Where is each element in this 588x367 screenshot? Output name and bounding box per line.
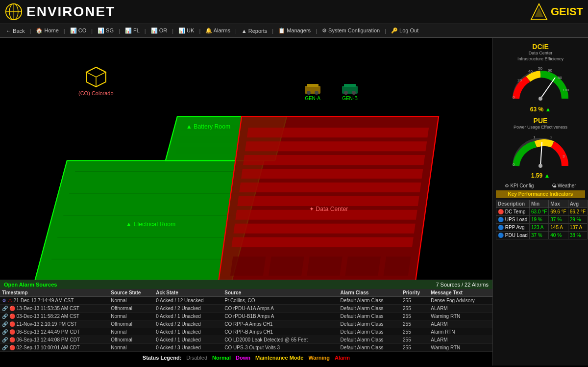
dcie-value: 63 % ▲: [530, 106, 551, 113]
svg-rect-21: [245, 141, 427, 151]
nav-or[interactable]: 📊 OR: [148, 26, 171, 35]
cube-icon: [84, 65, 108, 89]
kpi-row: 🔵 RPP Avg 123 A 145 A 137 A: [496, 224, 588, 232]
nav-sg[interactable]: 📊 SG: [95, 26, 117, 35]
alarm-source: Ft Collins, CO: [222, 297, 338, 305]
svg-marker-5: [535, 7, 543, 17]
generator-icons: GEN-A GEN-B: [304, 82, 359, 101]
alarm-message: Dense Fog Advisory: [429, 297, 492, 305]
kpi-buttons: ⚙ KPI Config 🌤 Weather: [496, 183, 585, 188]
status-maintenance: Maintenance Mode: [255, 355, 303, 361]
nav-co[interactable]: 📊 CO: [67, 26, 90, 35]
svg-rect-24: [239, 183, 421, 192]
dcie-title: DCiE: [532, 43, 548, 51]
alarm-priority: 255: [401, 344, 429, 352]
nav-fl[interactable]: 📊 FL: [122, 26, 143, 35]
svg-point-42: [307, 91, 311, 95]
svg-point-43: [315, 91, 318, 95]
geist-title: GEIST: [551, 5, 583, 18]
kpi-min: 19 %: [529, 216, 548, 224]
alarm-row[interactable]: 🔗 🔴 11-Nov-13 2:10:19 PM CST Offnormal 0…: [0, 320, 492, 328]
co-label: (CO) Colorado: [78, 65, 114, 96]
col-timestamp: Timestamp: [0, 289, 109, 297]
alarm-timestamp: 🔗 🔴 02-Sep-13 10:00:01 AM CDT: [0, 344, 109, 352]
alarm-row[interactable]: 🔗 🔴 03-Dec-13 11:58:22 AM CST Normal 0 A…: [0, 313, 492, 320]
svg-rect-32: [345, 257, 380, 276]
kpi-min: 123 A: [529, 224, 548, 232]
gen-a[interactable]: GEN-A: [304, 82, 321, 101]
nav-uk[interactable]: 📊 UK: [175, 26, 197, 35]
gen-b[interactable]: GEN-B: [341, 82, 359, 101]
svg-text:0: 0: [513, 95, 515, 100]
alarm-link-icon: ⚙: [2, 298, 6, 303]
nav-alarms[interactable]: 🔔 Alarms: [202, 26, 233, 35]
weather-icon: 🌤: [552, 183, 557, 188]
nav-back[interactable]: ← Back: [3, 27, 28, 35]
svg-rect-45: [344, 84, 356, 87]
svg-rect-31: [307, 257, 342, 276]
svg-text:▲ Battery Room: ▲ Battery Room: [186, 123, 231, 130]
pue-title: PUE: [534, 117, 548, 125]
alarm-link-icon: 🔗: [2, 306, 8, 311]
alarm-link-icon: 🔗: [2, 314, 8, 319]
svg-point-46: [344, 91, 348, 95]
kpi-min: 63.0 °F: [529, 208, 548, 216]
alarm-class: Default Alarm Class: [339, 320, 401, 328]
alarm-source-state: Normal: [109, 328, 154, 336]
kpi-config-button[interactable]: ⚙ KPI Config: [505, 183, 534, 188]
col-source: Source: [222, 289, 338, 297]
kpi-min: 37 %: [529, 232, 548, 239]
svg-rect-30: [269, 257, 304, 276]
alarm-row[interactable]: ⚙ ⚠ 21-Dec-13 7:14:49 AM CST Normal 0 Ac…: [0, 297, 492, 305]
nav-logout[interactable]: 🔑 Log Out: [388, 26, 421, 35]
kpi-avg: 29 %: [568, 216, 587, 224]
alarms-title: Open Alarm Sources: [4, 282, 57, 288]
svg-text:▲ Electrical Room: ▲ Electrical Room: [126, 221, 175, 228]
alarm-row[interactable]: 🔗 🔴 02-Sep-13 10:00:01 AM CDT Normal 0 A…: [0, 344, 492, 352]
alarm-priority: 255: [401, 320, 429, 328]
nav-reports[interactable]: ▲ Reports: [239, 27, 270, 35]
alarm-priority: 255: [401, 336, 429, 344]
alarm-source: CO UPS-3 Output Volts 3: [222, 344, 338, 352]
gen-b-icon: [341, 82, 359, 96]
pue-value: 1.59 ▲: [531, 172, 550, 179]
kpi-row: 🔵 PDU Load 37 % 40 % 38 %: [496, 232, 588, 239]
alarm-row[interactable]: 🔗 🔴 13-Dec-13 11:53:35 AM CST Offnormal …: [0, 305, 492, 313]
nav-managers[interactable]: 📋 Managers: [275, 26, 314, 35]
navbar: ← Back | 🏠 Home | 📊 CO | 📊 SG | 📊 FL | 📊…: [0, 24, 588, 38]
alarm-source: CO rPDU-B1B Amps A: [222, 313, 338, 320]
alarm-priority: 255: [401, 328, 429, 336]
alarm-ack-state: 0 Acked / 1 Unacked: [154, 328, 222, 336]
nav-sysconfig[interactable]: ⚙ System Configuration: [319, 26, 383, 35]
kpi-avg: 137 A: [568, 224, 587, 232]
alarms-rows: ⚙ ⚠ 21-Dec-13 7:14:49 AM CST Normal 0 Ac…: [0, 297, 492, 352]
kpi-col-avg: Avg: [568, 200, 587, 208]
alarm-ts-icon: 🔴: [9, 337, 15, 342]
alarm-message: ALARM: [429, 320, 492, 328]
co-location-label: (CO) Colorado: [78, 90, 114, 96]
alarms-table: Timestamp Source State Ack State Source …: [0, 289, 492, 352]
alarm-class: Default Alarm Class: [339, 328, 401, 336]
weather-button[interactable]: 🌤 Weather: [552, 183, 576, 188]
alarm-priority: 255: [401, 297, 429, 305]
alarm-message: ALARM: [429, 305, 492, 313]
alarm-row[interactable]: 🔗 🔴 06-Sep-13 12:44:49 PM CDT Normal 0 A…: [0, 328, 492, 336]
alarm-ts-icon: 🔴: [9, 321, 15, 327]
svg-text:60: 60: [548, 68, 552, 73]
alarm-timestamp: 🔗 🔴 06-Sep-13 12:44:08 PM CDT: [0, 336, 109, 344]
kpi-rows: 🔴 DC Temp 63.0 °F 69.6 °F 66.2 °F 🔵 UPS …: [496, 208, 588, 239]
alarm-row[interactable]: 🔗 🔴 06-Sep-13 12:44:08 PM CDT Offnormal …: [0, 336, 492, 344]
alarm-ts-icon: ⚠: [8, 298, 12, 303]
status-legend: Status Legend: Disabled Normal Down Main…: [143, 355, 350, 361]
alarm-ack-state: 0 Acked / 12 Unacked: [154, 297, 222, 305]
status-legend-label: Status Legend:: [143, 355, 181, 361]
kpi-row-icon: 🔵: [498, 233, 504, 238]
alarm-ack-state: 0 Acked / 1 Unacked: [154, 336, 222, 344]
header: ENVIRONET GEIST: [0, 0, 588, 24]
alarm-source-state: Normal: [109, 297, 154, 305]
nav-home[interactable]: 🏠 Home: [33, 26, 61, 35]
logo: ENVIRONET: [5, 3, 115, 21]
alarm-class: Default Alarm Class: [339, 313, 401, 320]
alarm-class: Default Alarm Class: [339, 344, 401, 352]
alarm-link-icon: 🔗: [2, 345, 8, 350]
